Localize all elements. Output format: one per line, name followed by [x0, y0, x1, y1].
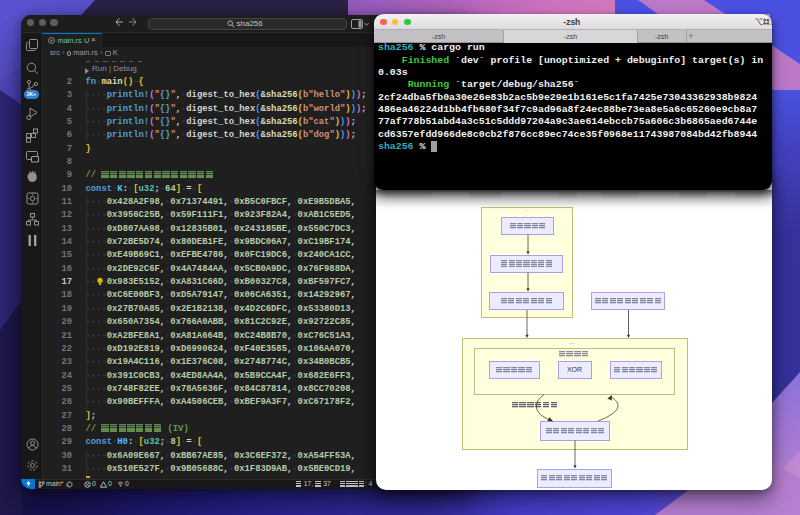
svg-text:1: 1: [770, 19, 772, 26]
